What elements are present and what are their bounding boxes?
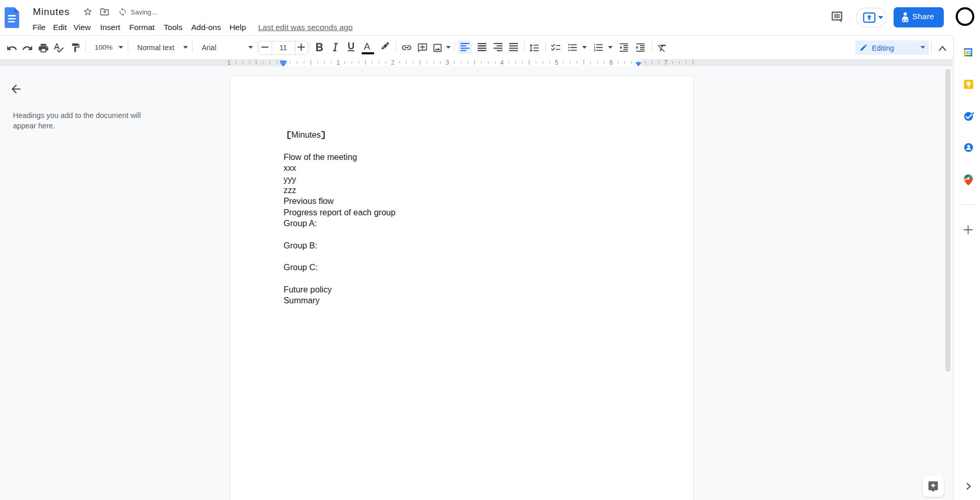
svg-text:3: 3 <box>446 59 449 66</box>
svg-text:1: 1 <box>227 59 231 66</box>
svg-text:31: 31 <box>966 50 971 55</box>
svg-text:1: 1 <box>336 59 340 66</box>
svg-text:5: 5 <box>555 59 558 66</box>
svg-text:2: 2 <box>391 59 395 66</box>
svg-text:7: 7 <box>664 59 667 66</box>
svg-text:4: 4 <box>500 59 504 66</box>
svg-text:6: 6 <box>610 59 613 66</box>
